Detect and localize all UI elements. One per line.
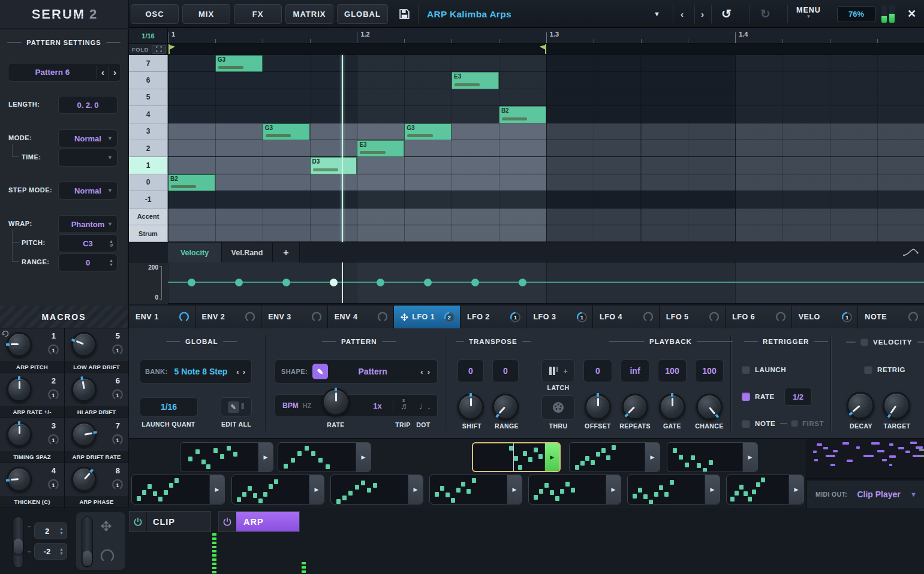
row-label-3[interactable]: 3 [129, 123, 168, 140]
move-icon[interactable] [101, 521, 112, 531]
row-label-2[interactable]: 2 [129, 140, 168, 157]
pattern-thumbnail-top-4[interactable]: ▶ [569, 442, 660, 472]
wrap-dropdown[interactable]: Phantom▼ [58, 215, 118, 233]
macro-knob[interactable] [7, 332, 32, 357]
note-checkbox[interactable] [742, 419, 750, 428]
pattern-play-button[interactable]: ▶ [742, 443, 757, 472]
grid-row-7[interactable] [168, 55, 924, 72]
shape-edit-pencil-icon[interactable]: ✎ [312, 364, 328, 379]
pitch-stepper[interactable]: ▲↺ [109, 239, 113, 247]
grid-row--1[interactable] [168, 191, 924, 208]
first-checkbox[interactable] [791, 419, 798, 427]
length-value[interactable]: 0. 2. 0 [58, 96, 118, 114]
range-value[interactable]: 0 ▲▼ [58, 253, 118, 271]
velocity-tab-add[interactable]: + [273, 243, 300, 262]
grid-row-2[interactable] [168, 140, 924, 157]
step-mode-dropdown[interactable]: Normal▼ [58, 182, 118, 200]
time-dropdown[interactable]: ▼ [58, 149, 118, 167]
row-label-Accent[interactable]: Accent [129, 209, 168, 225]
mod-tab-env3[interactable]: ENV 3 [261, 306, 327, 328]
row-label-6[interactable]: 6 [129, 72, 168, 89]
mod-tab-env1[interactable]: ENV 1 [129, 306, 195, 328]
pattern-play-button[interactable]: ▶ [544, 443, 559, 471]
note-G3-step6[interactable]: G3 [404, 123, 452, 140]
mod-tab-env2[interactable]: ENV 2 [195, 306, 261, 328]
pattern-play-button[interactable]: ▶ [507, 475, 522, 504]
pitch-value[interactable]: C3 ▲↺ [58, 234, 118, 252]
shift-knob[interactable] [458, 394, 484, 420]
macro-knob[interactable] [71, 377, 97, 402]
velocity-point-3[interactable] [282, 279, 290, 286]
offset-value[interactable]: 0 [583, 359, 612, 382]
zoom-level[interactable]: 76% [837, 6, 875, 22]
fold-button[interactable]: FOLD [132, 46, 149, 53]
bank-next-button[interactable]: › [242, 363, 246, 380]
grid-row-0[interactable] [168, 174, 924, 191]
shape-selector[interactable]: SHAPE: ✎ Pattern ‹ › [275, 359, 438, 383]
grid-row-6[interactable] [168, 72, 924, 89]
mod-tab-lfo5[interactable]: LFO 5 [660, 306, 726, 328]
pattern-play-button[interactable]: ▶ [209, 475, 224, 504]
mod-tab-env4[interactable]: ENV 4 [328, 306, 394, 328]
rate-checkbox[interactable] [742, 392, 750, 401]
pattern-thumbnail-bottom-1[interactable]: ▶ [131, 475, 225, 504]
row-label-1[interactable]: 1 [129, 157, 168, 174]
row-label-0[interactable]: 0 [129, 174, 168, 191]
grid-resolution[interactable]: 1/16 [129, 28, 168, 44]
row-label-4[interactable]: 4 [129, 106, 168, 123]
chance-knob[interactable] [696, 394, 723, 420]
transpose-range-value[interactable]: 0 [492, 359, 519, 382]
target-knob[interactable] [883, 392, 910, 419]
velocity-point-5[interactable] [377, 279, 384, 286]
repeats-value[interactable]: inf [621, 359, 649, 382]
offset-knob[interactable] [585, 394, 611, 420]
pattern-thumbnail-bottom-6[interactable]: ▶ [627, 475, 720, 504]
mod-tab-lfo1[interactable]: LFO 1 2 [394, 306, 460, 328]
transpose-shift-value[interactable]: 0 [458, 359, 484, 382]
gate-value[interactable]: 100 [658, 359, 687, 382]
nav-tab-osc[interactable]: OSC [131, 4, 179, 24]
macro-knob[interactable] [7, 467, 32, 492]
macro-knob[interactable] [71, 467, 97, 492]
mode-dropdown[interactable]: Normal▼ [58, 129, 118, 147]
expand-icon[interactable] [152, 45, 166, 54]
velocity-curve-icon[interactable] [898, 243, 924, 262]
nav-tab-mix[interactable]: MIX [182, 4, 230, 24]
latch-button[interactable]: + [541, 359, 575, 382]
mod-tab-lfo2[interactable]: LFO 2 1 [461, 306, 526, 328]
repeats-knob[interactable] [622, 394, 648, 420]
pattern-thumbnail-bottom-2[interactable]: ▶ [231, 475, 324, 504]
hz-toggle[interactable]: HZ [303, 402, 312, 409]
menu-button[interactable]: MENU ▼ [796, 6, 821, 19]
mod-tab-lfo6[interactable]: LFO 6 [726, 306, 791, 328]
loop-end-marker[interactable] [540, 44, 546, 54]
velocity-tab-velrand[interactable]: Vel.Rand [222, 243, 273, 262]
nav-tab-fx[interactable]: FX [234, 4, 282, 24]
retrig-checkbox[interactable] [864, 365, 872, 374]
velocity-point-2[interactable] [235, 279, 243, 286]
mod-wheel[interactable] [82, 516, 93, 567]
bank-selector[interactable]: BANK: 5 Note 8 Step ‹ › [140, 359, 252, 383]
pitch-wheel[interactable] [13, 516, 24, 568]
grid-row-1[interactable] [168, 157, 924, 174]
grid-row-5[interactable] [168, 89, 924, 106]
velocity-point-6[interactable] [424, 279, 432, 286]
next-preset-button[interactable]: › [697, 5, 708, 23]
arp-power-button[interactable] [219, 512, 236, 531]
note-E3-step5[interactable]: E3 [357, 140, 404, 157]
pattern-thumbnail-top-1[interactable]: ▶ [180, 442, 273, 472]
rate-multiplier[interactable]: 1x [373, 401, 381, 410]
shape-prev-button[interactable]: ‹ [417, 363, 426, 380]
rate-knob[interactable] [322, 388, 350, 416]
chance-value[interactable]: 100 [695, 359, 724, 382]
row-label-7[interactable]: 7 [129, 55, 168, 72]
bend-down-range[interactable]: -2▲▼ [34, 543, 67, 560]
row-label-5[interactable]: 5 [129, 89, 168, 106]
triplet-icon[interactable]: ♬3 [401, 401, 410, 411]
velocity-point-4[interactable] [330, 279, 338, 286]
launch-quant-value[interactable]: 1/16 [140, 397, 198, 416]
pattern-play-button[interactable]: ▶ [645, 443, 660, 472]
bank-prev-button[interactable]: ‹ [234, 363, 241, 380]
dotted-note-icon[interactable]: ♩. [419, 401, 430, 411]
pattern-play-button[interactable]: ▶ [356, 443, 371, 472]
